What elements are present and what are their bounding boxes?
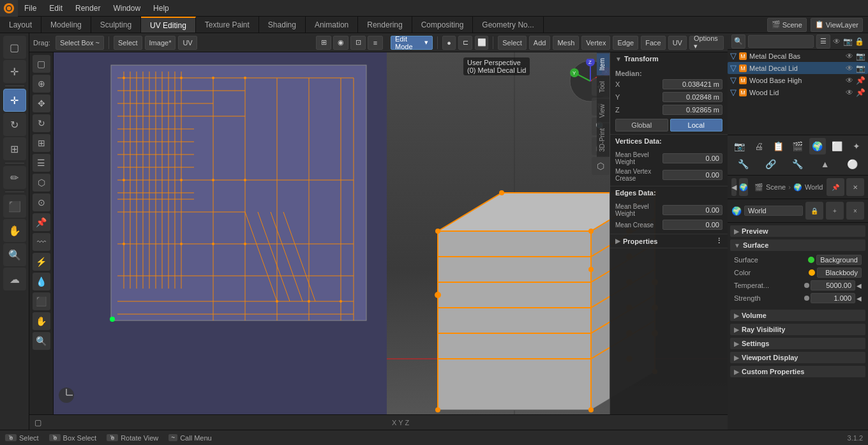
outliner-item-metal-decal-lid[interactable]: ▽ M Metal Decal Lid 👁 📷 <box>728 62 868 74</box>
uv-tool-stitch[interactable]: ⬡ <box>33 174 50 192</box>
strength-arrow-icon[interactable]: ◀ <box>857 295 862 302</box>
n-global-btn[interactable]: Global <box>615 119 668 132</box>
temp-arrow-icon[interactable]: ◀ <box>857 282 862 289</box>
eye-icon-3[interactable]: 👁 <box>846 88 853 97</box>
scene-selector[interactable]: 🎬 Scene <box>767 18 807 32</box>
outliner-item-metal-decal-bas[interactable]: ▽ M Metal Decal Bas 👁 📷 <box>728 50 868 62</box>
tab-uv-editing[interactable]: UV Editing <box>141 17 196 33</box>
uv-menu-btn[interactable]: UV <box>668 36 687 50</box>
n-mean-vertex-crease-value[interactable]: 0.00 <box>662 170 722 180</box>
outliner-add-btn[interactable]: 👁 📷 🔒 <box>833 37 864 46</box>
prop-icon-object[interactable]: ⬜ <box>828 138 845 155</box>
uv-tool-rotate2[interactable]: ↻ <box>33 114 50 132</box>
rs-surface-header[interactable]: ▼ Surface <box>730 239 865 251</box>
prop-icon-output[interactable]: 🖨 <box>751 138 767 155</box>
uv-icon-btn-2[interactable]: ◉ <box>333 36 348 50</box>
strength-value[interactable]: 1.000 <box>811 293 855 303</box>
uv-tool-pin[interactable]: 📌 <box>33 213 50 231</box>
n-transform-header[interactable]: ▼ Transform <box>610 52 728 65</box>
tab-rendering[interactable]: Rendering <box>358 17 412 33</box>
world-browse-btn[interactable]: × <box>846 202 864 220</box>
prop-back-btn[interactable]: ◀ <box>731 178 737 196</box>
n-mean-bevel-e-value[interactable]: 0.00 <box>662 205 722 215</box>
pin-icon-3[interactable]: 📌 <box>856 88 865 97</box>
rs-preview-header[interactable]: ▶ Preview <box>730 225 865 237</box>
uv-icon-btn-4[interactable]: ≡ <box>368 36 383 50</box>
tool-cube[interactable]: ⬛ <box>3 195 26 218</box>
edge-mode-btn[interactable]: ⊏ <box>458 36 472 50</box>
face-menu-btn[interactable]: Face <box>641 36 665 50</box>
uv-tool-box2[interactable]: ⬛ <box>33 292 50 310</box>
prop-icon-view-layer[interactable]: 📋 <box>770 138 786 155</box>
edge-menu-btn[interactable]: Edge <box>613 36 638 50</box>
prop-close-btn[interactable]: ✕ <box>846 178 864 196</box>
select-box-dropdown[interactable]: Select Box ~ <box>56 36 104 50</box>
rs-viewport-display-header[interactable]: ▶ Viewport Display <box>730 352 865 363</box>
temperature-value[interactable]: 5000.00 <box>811 280 855 290</box>
prop-icon-particles[interactable]: ✦ <box>848 138 865 155</box>
blender-logo[interactable] <box>0 0 18 17</box>
prop-pin-btn[interactable]: 📌 <box>827 178 844 196</box>
tab-layout[interactable]: Layout <box>0 17 41 33</box>
uv-tool-cursor[interactable]: ⊕ <box>33 75 50 93</box>
eye-icon-0[interactable]: 👁 <box>846 52 853 61</box>
uv-image-btn[interactable]: Image* <box>145 36 176 50</box>
tool-zoom[interactable]: 🔍 <box>3 243 26 266</box>
camera-icon-0[interactable]: 📷 <box>856 52 865 61</box>
menu-edit[interactable]: Edit <box>43 0 69 16</box>
uv-tool-relax[interactable]: ⊙ <box>33 193 50 211</box>
prop-icon-data[interactable]: ▲ <box>817 156 834 172</box>
tool-move-hand[interactable]: ✋ <box>3 219 26 242</box>
n-x-value[interactable]: 0.038421 m <box>662 79 722 89</box>
uv-tool-sample-color[interactable]: 💧 <box>33 273 50 290</box>
rs-ray-visibility-header[interactable]: ▶ Ray Visibility <box>730 324 865 335</box>
eye-icon-1[interactable]: 👁 <box>846 64 853 73</box>
uv-tool-hand[interactable]: ✋ <box>33 312 50 330</box>
face-mode-btn[interactable]: ⬜ <box>475 36 489 50</box>
n-z-value[interactable]: 0.92865 m <box>662 105 722 115</box>
rs-settings-header[interactable]: ▶ Settings <box>730 338 865 349</box>
view-layer-selector[interactable]: 📋 ViewLayer <box>811 18 863 32</box>
vertex-menu-btn[interactable]: Vertex <box>581 36 610 50</box>
n-tab-3dprint[interactable]: 3D-Print <box>597 123 610 157</box>
world-new-btn[interactable]: + <box>826 202 844 220</box>
n-mean-bevel-v-value[interactable]: 0.00 <box>662 153 722 163</box>
uv-tool-zoom2[interactable]: 🔍 <box>33 332 50 350</box>
menu-help[interactable]: Help <box>147 0 176 16</box>
edit-mode-dropdown[interactable]: Edit Mode ▾ <box>391 36 433 50</box>
n-local-btn[interactable]: Local <box>670 119 723 132</box>
tool-move[interactable]: ✛ <box>3 89 26 112</box>
camera-icon-1[interactable]: 📷 <box>856 64 865 73</box>
uv-tool-scale2[interactable]: ⊞ <box>33 134 50 152</box>
color-dot[interactable] <box>809 269 815 276</box>
prop-icon-material[interactable]: ⚪ <box>844 156 861 172</box>
prop-icon-constraints[interactable]: 🔗 <box>762 156 779 172</box>
prop-type-btn[interactable]: 🌍 <box>739 178 748 196</box>
tab-shading[interactable]: Shading <box>259 17 306 33</box>
menu-file[interactable]: File <box>18 0 43 16</box>
mesh-menu-btn[interactable]: Mesh <box>553 36 579 50</box>
tool-cursor[interactable]: ✛ <box>3 60 26 83</box>
prop-icon-scene[interactable]: 🎬 <box>789 138 806 155</box>
rs-volume-header[interactable]: ▶ Volume <box>730 310 865 321</box>
menu-window[interactable]: Window <box>107 0 147 16</box>
tool-sample[interactable]: ☁ <box>3 268 26 290</box>
tab-compositing[interactable]: Compositing <box>412 17 474 33</box>
uv-canvas[interactable] <box>54 52 387 414</box>
outliner-item-wood-base-high[interactable]: ▽ M Wood Base High 👁 📌 <box>728 74 868 86</box>
uv-icon-btn-1[interactable]: ⊞ <box>316 36 331 50</box>
tool-select-box[interactable]: ▢ <box>3 36 26 59</box>
tab-animation[interactable]: Animation <box>306 17 358 33</box>
n-tab-tool[interactable]: Tool <box>597 75 610 98</box>
outliner-item-wood-lid[interactable]: ▽ M Wood Lid 👁 📌 <box>728 86 868 98</box>
uv-tool-rip[interactable]: ⚡ <box>33 253 50 271</box>
uv-tool-mark-seam[interactable]: 〰 <box>33 233 50 251</box>
tab-texture-paint[interactable]: Texture Paint <box>196 17 259 33</box>
uv-view-btn[interactable]: Select <box>114 36 142 50</box>
world-name-input[interactable]: World <box>744 206 803 216</box>
uv-tool-pan[interactable]: ✥ <box>33 94 50 112</box>
prop-icon-world[interactable]: 🌍 <box>809 138 826 155</box>
outliner-search[interactable] <box>748 35 814 48</box>
view-menu-btn[interactable]: Select <box>498 36 527 50</box>
uv-icon-btn-3[interactable]: ⊡ <box>350 36 366 50</box>
